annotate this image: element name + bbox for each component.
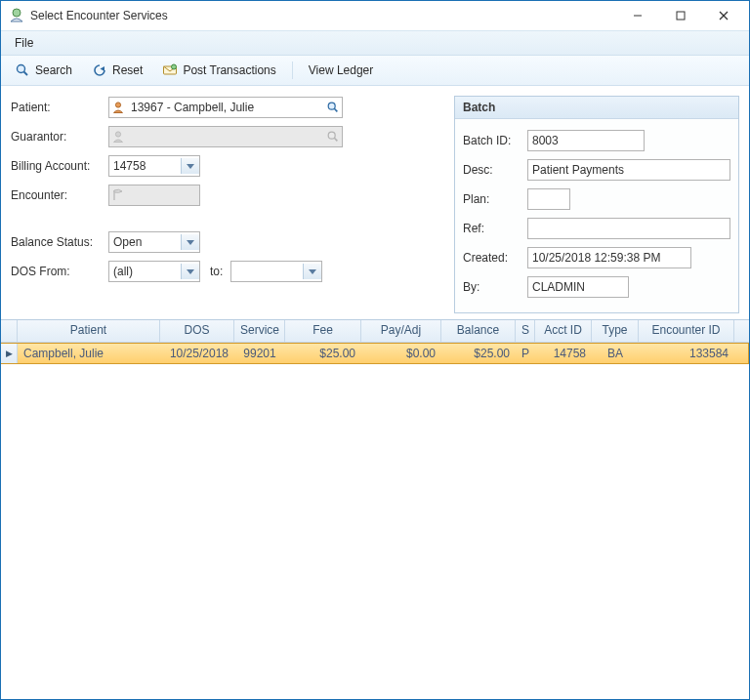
toolbar-separator — [292, 62, 293, 79]
guarantor-lookup[interactable] — [108, 126, 343, 147]
svg-line-12 — [334, 108, 337, 111]
close-button[interactable] — [702, 2, 745, 29]
cell-s: P — [516, 345, 535, 362]
batch-ref-label: Ref: — [463, 222, 527, 235]
dos-to-combo[interactable] — [230, 261, 322, 282]
balance-status-value: Open — [113, 235, 142, 249]
patient-label: Patient: — [11, 101, 108, 114]
encounter-lookup[interactable] — [108, 185, 200, 206]
batch-by-field: CLADMIN — [527, 276, 629, 298]
svg-marker-16 — [187, 164, 194, 169]
cell-service: 99201 — [234, 345, 285, 362]
svg-marker-18 — [187, 240, 194, 245]
menu-file[interactable]: File — [7, 34, 41, 52]
cell-dos: 10/25/2018 — [160, 345, 234, 362]
batch-panel: Batch Batch ID: 8003 Desc: Patient Payme… — [454, 96, 739, 313]
svg-marker-19 — [187, 269, 194, 274]
results-grid[interactable]: Patient DOS Service Fee Pay/Adj Balance … — [1, 319, 749, 699]
batch-desc-field[interactable]: Patient Payments — [527, 159, 730, 181]
col-dos[interactable]: DOS — [160, 320, 234, 342]
col-patient[interactable]: Patient — [18, 320, 160, 342]
billing-account-combo[interactable]: 14758 — [108, 155, 200, 177]
batch-id-value: 8003 — [532, 134, 559, 147]
svg-rect-2 — [677, 12, 685, 20]
batch-plan-field[interactable] — [527, 188, 570, 210]
cell-type: BA — [592, 345, 639, 362]
envelope-icon — [162, 62, 178, 78]
svg-point-13 — [115, 132, 120, 137]
chevron-down-icon[interactable] — [181, 234, 199, 250]
chevron-down-icon[interactable] — [181, 264, 199, 279]
svg-marker-7 — [101, 66, 105, 71]
grid-header: Patient DOS Service Fee Pay/Adj Balance … — [1, 320, 749, 343]
col-acct[interactable]: Acct ID — [535, 320, 592, 342]
svg-point-9 — [172, 64, 177, 69]
batch-created-label: Created: — [463, 251, 527, 265]
patient-lookup[interactable]: 13967 - Campbell, Julie — [108, 97, 343, 118]
encounter-label: Encounter: — [11, 188, 108, 202]
app-icon — [9, 8, 24, 23]
form-area: Patient: 13967 - Campbell, Julie Guarant… — [1, 86, 749, 319]
dos-from-value: (all) — [113, 265, 133, 278]
billing-account-value: 14758 — [113, 159, 146, 173]
col-payadj[interactable]: Pay/Adj — [361, 320, 441, 342]
titlebar: Select Encounter Services — [1, 1, 749, 30]
batch-id-label: Batch ID: — [463, 134, 527, 147]
post-transactions-button[interactable]: Post Transactions — [154, 61, 283, 80]
col-enc[interactable]: Encounter ID — [639, 320, 734, 342]
chevron-down-icon[interactable] — [303, 264, 321, 279]
col-fee[interactable]: Fee — [285, 320, 361, 342]
flag-icon — [111, 188, 125, 202]
batch-id-field[interactable]: 8003 — [527, 130, 645, 151]
row-indicator-icon: ▶ — [1, 344, 18, 363]
view-ledger-button[interactable]: View Ledger — [301, 62, 382, 79]
person-icon — [111, 101, 125, 114]
batch-by-label: By: — [463, 280, 527, 294]
toolbar: Search Reset Post Transactions — [1, 56, 749, 86]
col-service[interactable]: Service — [234, 320, 285, 342]
svg-point-0 — [13, 9, 21, 17]
svg-line-15 — [334, 138, 337, 141]
window-controls — [616, 2, 745, 29]
batch-panel-header: Batch — [455, 97, 738, 119]
refresh-icon — [92, 62, 107, 78]
balance-status-combo[interactable]: Open — [108, 231, 200, 253]
col-s[interactable]: S — [516, 320, 535, 342]
batch-by-value: CLADMIN — [532, 280, 585, 294]
search-criteria-form: Patient: 13967 - Campbell, Julie Guarant… — [11, 96, 444, 313]
col-balance[interactable]: Balance — [441, 320, 516, 342]
billing-account-label: Billing Account: — [11, 159, 108, 173]
grid-row[interactable]: ▶ Campbell, Julie 10/25/2018 99201 $25.0… — [1, 343, 749, 364]
magnifier-icon — [15, 62, 30, 78]
reset-button[interactable]: Reset — [84, 61, 150, 80]
reset-label: Reset — [112, 63, 143, 77]
menubar: File — [1, 30, 749, 56]
batch-desc-label: Desc: — [463, 163, 527, 177]
batch-ref-field[interactable] — [527, 218, 730, 239]
cell-acct: 14758 — [535, 345, 592, 362]
maximize-button[interactable] — [659, 2, 702, 29]
cell-balance: $25.00 — [441, 345, 516, 362]
cell-enc: 133584 — [639, 345, 734, 362]
batch-desc-value: Patient Payments — [532, 163, 624, 177]
svg-line-6 — [24, 72, 28, 76]
dos-from-label: DOS From: — [11, 265, 108, 278]
dos-from-combo[interactable]: (all) — [108, 261, 200, 282]
minimize-button[interactable] — [616, 2, 659, 29]
batch-created-value: 10/25/2018 12:59:38 PM — [532, 251, 660, 265]
svg-point-11 — [328, 103, 335, 109]
select-encounter-services-window: Select Encounter Services File S — [0, 0, 750, 700]
magnifier-icon[interactable] — [326, 101, 340, 114]
svg-point-5 — [18, 65, 25, 73]
batch-plan-label: Plan: — [463, 192, 527, 206]
person-icon — [111, 130, 125, 144]
guarantor-label: Guarantor: — [11, 130, 108, 144]
dos-to-label: to: — [210, 265, 223, 278]
cell-patient: Campbell, Julie — [18, 345, 160, 362]
cell-fee: $25.00 — [285, 345, 361, 362]
chevron-down-icon[interactable] — [181, 158, 199, 174]
post-transactions-label: Post Transactions — [183, 63, 275, 77]
col-type[interactable]: Type — [592, 320, 639, 342]
magnifier-icon[interactable] — [326, 130, 340, 144]
search-button[interactable]: Search — [7, 61, 80, 80]
